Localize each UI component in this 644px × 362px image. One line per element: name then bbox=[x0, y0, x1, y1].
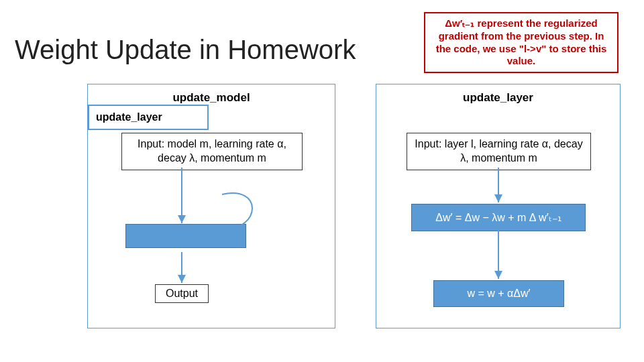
arrows-right-panel bbox=[376, 84, 621, 329]
arrow-input-to-layer bbox=[88, 84, 336, 329]
annotation-box: Δw′ₜ₋₁ represent the regularized gradien… bbox=[424, 12, 619, 73]
page-title: Weight Update in Homework bbox=[15, 35, 356, 65]
panel-update-model: update_model Input: model m, learning ra… bbox=[87, 84, 335, 328]
panel-update-layer: update_layer Input: layer l, learning ra… bbox=[376, 84, 621, 328]
